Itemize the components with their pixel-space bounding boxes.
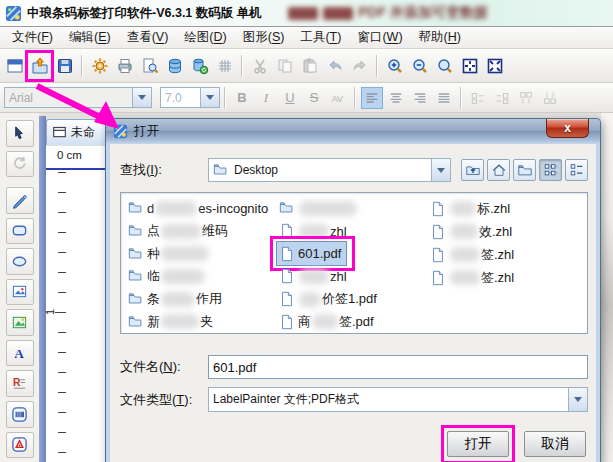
database-sync-button[interactable] bbox=[188, 53, 211, 79]
ruler-tick bbox=[58, 432, 66, 433]
toolbar-separator bbox=[224, 87, 226, 109]
file-item[interactable]: zhl bbox=[277, 265, 352, 288]
menu-item-T[interactable]: 工具(T) bbox=[292, 27, 349, 48]
menu-item-W[interactable]: 窗口(W) bbox=[349, 27, 410, 48]
dist-bottom-button[interactable] bbox=[539, 87, 561, 109]
folder-item[interactable]: 种 bbox=[126, 242, 215, 265]
look-in-combobox[interactable]: Desktop bbox=[208, 158, 451, 182]
toolbar-separator bbox=[376, 55, 378, 77]
tool-rounded-rect-button[interactable] bbox=[6, 218, 34, 245]
menu-item-E[interactable]: 编辑(E) bbox=[61, 27, 119, 48]
grid-button[interactable] bbox=[213, 53, 236, 79]
file-item[interactable]: 商签.pdf bbox=[277, 310, 379, 333]
dist-top-button[interactable] bbox=[515, 87, 537, 109]
folder-icon bbox=[128, 314, 144, 330]
file-item[interactable]: 标.zhl bbox=[428, 197, 515, 220]
file-item[interactable]: 601.pdf bbox=[277, 242, 346, 265]
file-item[interactable]: 效.zhl bbox=[428, 220, 517, 243]
up-folder-button[interactable] bbox=[461, 159, 484, 181]
file-item-name: 商签.pdf bbox=[298, 313, 374, 331]
save-button[interactable] bbox=[53, 53, 76, 79]
ruler-tick bbox=[58, 452, 66, 453]
fit-page-button[interactable] bbox=[458, 53, 481, 79]
tool-text-button[interactable]: A bbox=[6, 340, 34, 367]
file-type-combobox[interactable]: LabelPainter 文件;PDF格式 bbox=[208, 387, 588, 412]
dist-right-icon bbox=[494, 90, 510, 106]
underline-button[interactable]: U bbox=[279, 87, 301, 109]
view-grid-button[interactable] bbox=[539, 159, 562, 181]
open-folder-button[interactable] bbox=[28, 53, 51, 79]
menu-item-F[interactable]: 文件(F) bbox=[4, 27, 61, 48]
tool-select-button[interactable] bbox=[6, 120, 34, 147]
font-size-combobox[interactable]: 7.0 bbox=[160, 87, 220, 108]
select-icon bbox=[11, 125, 28, 142]
look-in-dropdown-arrow[interactable] bbox=[431, 159, 450, 181]
cut-button[interactable] bbox=[248, 53, 271, 79]
align-right-button[interactable] bbox=[409, 87, 431, 109]
tool-pen-line-button[interactable] bbox=[6, 187, 34, 214]
zoom-in-button[interactable] bbox=[383, 53, 406, 79]
font-family-dropdown-arrow[interactable] bbox=[132, 88, 151, 107]
paste-button[interactable] bbox=[298, 53, 321, 79]
align-center-button[interactable] bbox=[385, 87, 407, 109]
print-button[interactable] bbox=[113, 53, 136, 79]
redo-button[interactable] bbox=[348, 53, 371, 79]
file-item[interactable]: zhl bbox=[277, 220, 352, 243]
dialog-app-icon bbox=[113, 124, 128, 139]
gear-button[interactable] bbox=[88, 53, 111, 79]
file-name-input[interactable] bbox=[208, 355, 588, 379]
menu-item-D[interactable]: 绘图(D) bbox=[176, 27, 234, 48]
menu-item-H[interactable]: 帮助(H) bbox=[411, 27, 469, 48]
tool-rich-text-button[interactable]: R bbox=[6, 370, 34, 397]
print-preview-button[interactable] bbox=[138, 53, 161, 79]
dialog-close-button[interactable]: x bbox=[546, 119, 589, 138]
database-button[interactable] bbox=[163, 53, 186, 79]
font-size-dropdown-arrow[interactable] bbox=[200, 88, 219, 107]
undo-button[interactable] bbox=[323, 53, 346, 79]
dist-left-button[interactable] bbox=[467, 87, 489, 109]
view-list-button[interactable] bbox=[565, 159, 588, 181]
new-doc-button[interactable] bbox=[3, 53, 26, 79]
fit-screen-button[interactable] bbox=[483, 53, 506, 79]
file-item[interactable]: 签.zhl bbox=[428, 243, 519, 266]
strike-button[interactable]: S bbox=[303, 87, 325, 109]
rich-text-icon: R bbox=[11, 375, 28, 392]
font-family-combobox[interactable]: Arial bbox=[4, 87, 152, 108]
menu-item-S[interactable]: 图形(S) bbox=[235, 27, 293, 48]
zoom-button[interactable] bbox=[433, 53, 456, 79]
folder-item[interactable]: 点维码 bbox=[126, 220, 233, 243]
file-item[interactable]: 价签1.pdf bbox=[277, 288, 382, 311]
folder-item[interactable]: des-incognito bbox=[126, 197, 273, 220]
folder-item[interactable]: 临 bbox=[126, 265, 211, 288]
align-justify-button[interactable] bbox=[433, 87, 455, 109]
tool-barcode-button[interactable] bbox=[6, 401, 34, 428]
zoom-out-button[interactable] bbox=[408, 53, 431, 79]
tool-picture-button[interactable] bbox=[6, 309, 34, 336]
home-button[interactable] bbox=[487, 159, 510, 181]
new-folder-button[interactable] bbox=[513, 159, 536, 181]
dialog-cancel-button[interactable]: 取消 bbox=[524, 431, 586, 457]
folder-item[interactable]: 条作用 bbox=[126, 288, 227, 311]
file-item[interactable]: 签.zhl bbox=[428, 266, 519, 289]
kerning-button[interactable]: AV bbox=[327, 87, 349, 109]
folder-icon bbox=[128, 246, 144, 262]
tool-qrcode-button[interactable] bbox=[6, 432, 34, 459]
tool-image-button[interactable] bbox=[6, 279, 34, 306]
document-tab[interactable]: 未命 bbox=[46, 119, 112, 145]
tool-ellipse-button[interactable] bbox=[6, 248, 34, 275]
italic-button[interactable]: I bbox=[255, 87, 277, 109]
dialog-open-button[interactable]: 打开 bbox=[447, 431, 509, 457]
menubar: 文件(F)编辑(E)查看(V)绘图(D)图形(S)工具(T)窗口(W)帮助(H) bbox=[0, 27, 613, 49]
file-type-dropdown-arrow[interactable] bbox=[568, 388, 587, 411]
undo-icon bbox=[326, 57, 344, 75]
vertical-ruler: 0 cm 1 bbox=[46, 146, 105, 462]
menu-item-V[interactable]: 查看(V) bbox=[119, 27, 177, 48]
tool-rotate-button[interactable] bbox=[6, 151, 34, 178]
text-icon: A bbox=[11, 345, 28, 362]
bold-button[interactable]: B bbox=[231, 87, 253, 109]
dist-right-button[interactable] bbox=[491, 87, 513, 109]
align-left-button[interactable] bbox=[361, 87, 383, 109]
copy-button[interactable] bbox=[273, 53, 296, 79]
folder-item[interactable]: 新夹 bbox=[126, 310, 218, 333]
folder-item[interactable] bbox=[277, 197, 363, 220]
